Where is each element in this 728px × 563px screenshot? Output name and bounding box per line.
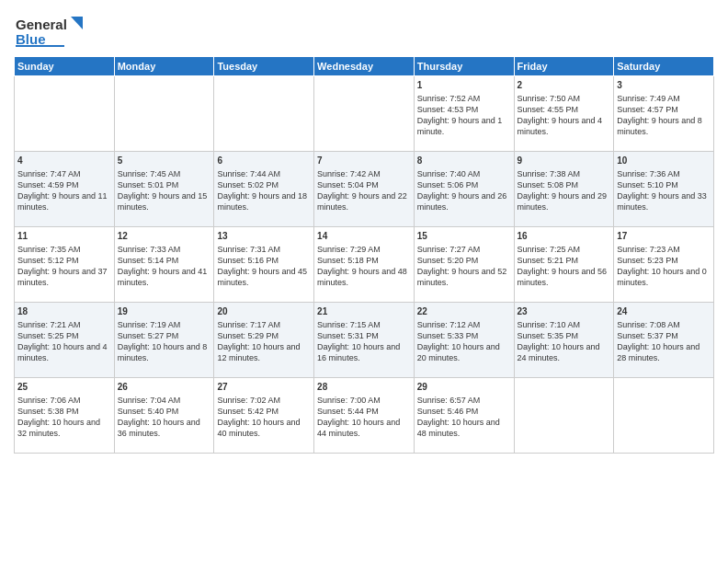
day-info: Sunset: 5:14 PM bbox=[118, 256, 179, 265]
day-info: Sunrise: 7:29 AM bbox=[317, 245, 381, 254]
day-number: 17 bbox=[617, 230, 711, 243]
day-number: 1 bbox=[417, 79, 511, 92]
week-row-1: 1Sunrise: 7:52 AMSunset: 4:53 PMDaylight… bbox=[15, 76, 714, 152]
day-info: Daylight: 10 hours and 0 minutes. bbox=[617, 267, 707, 287]
calendar-cell: 10Sunrise: 7:36 AMSunset: 5:10 PMDayligh… bbox=[614, 152, 714, 227]
day-info: Sunset: 4:53 PM bbox=[417, 105, 479, 114]
day-info: Sunrise: 7:27 AM bbox=[417, 245, 481, 254]
week-row-2: 4Sunrise: 7:47 AMSunset: 4:59 PMDaylight… bbox=[15, 152, 714, 227]
day-info: Daylight: 9 hours and 45 minutes. bbox=[217, 267, 307, 287]
day-number: 23 bbox=[518, 305, 611, 318]
day-number: 15 bbox=[417, 230, 511, 243]
day-info: Sunset: 5:04 PM bbox=[317, 180, 379, 190]
day-info: Daylight: 9 hours and 41 minutes. bbox=[118, 267, 208, 287]
calendar-cell: 22Sunrise: 7:12 AMSunset: 5:33 PMDayligh… bbox=[414, 303, 514, 378]
weekday-header-friday: Friday bbox=[514, 57, 614, 76]
day-info: Sunrise: 7:23 AM bbox=[617, 245, 680, 254]
calendar-cell: 27Sunrise: 7:02 AMSunset: 5:42 PMDayligh… bbox=[214, 378, 314, 454]
day-info: Daylight: 10 hours and 12 minutes. bbox=[217, 342, 300, 362]
calendar-cell: 11Sunrise: 7:35 AMSunset: 5:12 PMDayligh… bbox=[15, 227, 115, 303]
day-info: Sunset: 5:01 PM bbox=[118, 180, 179, 190]
week-row-4: 18Sunrise: 7:21 AMSunset: 5:25 PMDayligh… bbox=[15, 303, 714, 378]
day-number: 8 bbox=[417, 155, 511, 167]
day-number: 9 bbox=[518, 155, 611, 167]
day-number: 11 bbox=[17, 230, 111, 243]
day-info: Sunset: 5:20 PM bbox=[417, 256, 479, 265]
day-info: Sunrise: 7:38 AM bbox=[518, 169, 581, 178]
day-number: 24 bbox=[617, 305, 711, 318]
day-info: Sunrise: 7:02 AM bbox=[217, 396, 280, 405]
day-number: 6 bbox=[217, 155, 311, 167]
svg-text:Blue: Blue bbox=[16, 31, 46, 47]
calendar-cell: 13Sunrise: 7:31 AMSunset: 5:16 PMDayligh… bbox=[214, 227, 314, 303]
day-info: Sunset: 5:33 PM bbox=[417, 331, 479, 340]
day-info: Sunset: 5:02 PM bbox=[217, 180, 279, 190]
day-info: Daylight: 9 hours and 29 minutes. bbox=[518, 191, 608, 212]
day-info: Daylight: 9 hours and 26 minutes. bbox=[417, 191, 507, 212]
day-info: Daylight: 10 hours and 36 minutes. bbox=[118, 418, 200, 438]
day-info: Sunset: 4:57 PM bbox=[617, 105, 678, 114]
day-info: Sunset: 5:25 PM bbox=[17, 331, 79, 340]
day-info: Daylight: 10 hours and 4 minutes. bbox=[17, 342, 108, 362]
day-number: 18 bbox=[17, 305, 111, 318]
day-info: Sunrise: 7:33 AM bbox=[118, 245, 181, 254]
day-number: 12 bbox=[118, 230, 211, 243]
day-info: Daylight: 9 hours and 33 minutes. bbox=[617, 191, 707, 212]
logo: General Blue bbox=[14, 9, 87, 51]
calendar-table: SundayMondayTuesdayWednesdayThursdayFrid… bbox=[14, 56, 714, 454]
day-info: Sunrise: 7:17 AM bbox=[217, 320, 280, 329]
day-info: Sunrise: 7:15 AM bbox=[317, 320, 381, 329]
page: General Blue SundayMondayTuesdayWednesda… bbox=[0, 0, 728, 563]
calendar-cell: 20Sunrise: 7:17 AMSunset: 5:29 PMDayligh… bbox=[214, 303, 314, 378]
day-number: 27 bbox=[217, 381, 311, 394]
day-info: Sunset: 4:59 PM bbox=[17, 180, 79, 190]
day-info: Sunset: 5:37 PM bbox=[617, 331, 678, 340]
day-info: Daylight: 9 hours and 48 minutes. bbox=[317, 267, 407, 287]
calendar-cell: 2Sunrise: 7:50 AMSunset: 4:55 PMDaylight… bbox=[514, 76, 614, 152]
week-row-5: 25Sunrise: 7:06 AMSunset: 5:38 PMDayligh… bbox=[15, 378, 714, 454]
day-info: Sunrise: 7:04 AM bbox=[118, 396, 181, 405]
day-info: Sunrise: 7:06 AM bbox=[17, 396, 81, 405]
calendar-cell: 1Sunrise: 7:52 AMSunset: 4:53 PMDaylight… bbox=[414, 76, 514, 152]
day-info: Sunrise: 7:50 AM bbox=[518, 94, 581, 103]
day-info: Sunset: 5:44 PM bbox=[317, 407, 379, 416]
calendar-cell: 6Sunrise: 7:44 AMSunset: 5:02 PMDaylight… bbox=[214, 152, 314, 227]
svg-text:General: General bbox=[16, 17, 67, 32]
day-info: Sunrise: 7:12 AM bbox=[417, 320, 481, 329]
day-info: Sunrise: 7:49 AM bbox=[617, 94, 680, 103]
day-number: 19 bbox=[118, 305, 211, 318]
day-info: Sunset: 5:40 PM bbox=[118, 407, 179, 416]
week-row-3: 11Sunrise: 7:35 AMSunset: 5:12 PMDayligh… bbox=[15, 227, 714, 303]
calendar-cell: 14Sunrise: 7:29 AMSunset: 5:18 PMDayligh… bbox=[314, 227, 415, 303]
calendar-cell: 25Sunrise: 7:06 AMSunset: 5:38 PMDayligh… bbox=[15, 378, 115, 454]
day-info: Daylight: 10 hours and 48 minutes. bbox=[417, 418, 500, 438]
day-info: Sunrise: 7:10 AM bbox=[518, 320, 581, 329]
day-info: Daylight: 9 hours and 15 minutes. bbox=[118, 191, 208, 212]
calendar-cell: 9Sunrise: 7:38 AMSunset: 5:08 PMDaylight… bbox=[514, 152, 614, 227]
day-info: Sunrise: 7:21 AM bbox=[17, 320, 81, 329]
calendar-cell: 16Sunrise: 7:25 AMSunset: 5:21 PMDayligh… bbox=[514, 227, 614, 303]
day-info: Daylight: 9 hours and 4 minutes. bbox=[518, 116, 603, 136]
day-info: Sunrise: 7:19 AM bbox=[118, 320, 181, 329]
day-number: 20 bbox=[217, 305, 311, 318]
calendar-cell: 5Sunrise: 7:45 AMSunset: 5:01 PMDaylight… bbox=[114, 152, 214, 227]
day-number: 21 bbox=[317, 305, 411, 318]
day-number: 25 bbox=[17, 381, 111, 394]
day-number: 26 bbox=[118, 381, 211, 394]
weekday-header-row: SundayMondayTuesdayWednesdayThursdayFrid… bbox=[15, 57, 714, 76]
day-info: Sunset: 5:08 PM bbox=[518, 180, 579, 190]
day-info: Sunrise: 7:40 AM bbox=[417, 169, 481, 178]
day-info: Sunset: 5:06 PM bbox=[417, 180, 479, 190]
day-info: Sunset: 5:31 PM bbox=[317, 331, 379, 340]
calendar-cell: 26Sunrise: 7:04 AMSunset: 5:40 PMDayligh… bbox=[114, 378, 214, 454]
day-number: 22 bbox=[417, 305, 511, 318]
day-info: Sunrise: 6:57 AM bbox=[417, 396, 481, 405]
day-info: Daylight: 10 hours and 24 minutes. bbox=[518, 342, 600, 362]
day-info: Sunset: 5:18 PM bbox=[317, 256, 379, 265]
weekday-header-monday: Monday bbox=[114, 57, 214, 76]
day-info: Sunrise: 7:44 AM bbox=[217, 169, 280, 178]
header: General Blue bbox=[14, 9, 714, 51]
day-number: 14 bbox=[317, 230, 411, 243]
day-info: Sunset: 5:27 PM bbox=[118, 331, 179, 340]
day-info: Sunrise: 7:00 AM bbox=[317, 396, 381, 405]
